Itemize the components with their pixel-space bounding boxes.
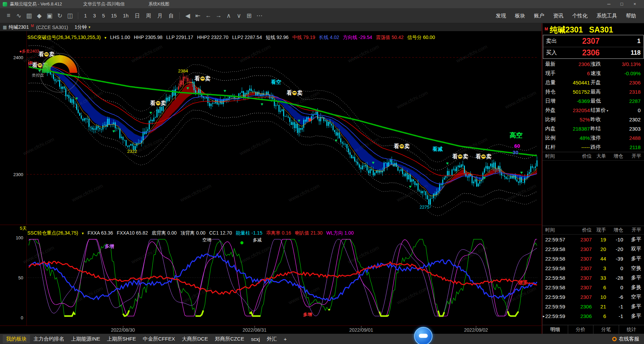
top-menu-item[interactable]: 帮助 (621, 11, 641, 21)
ask-row[interactable]: 卖出 2307 1 (543, 35, 643, 47)
period-button-1[interactable]: 1 (81, 11, 90, 21)
bottom-market-tab[interactable]: 大商所DCE (178, 335, 211, 343)
bottom-market-tab[interactable]: 我的板块 (3, 335, 30, 343)
chart-annotation: 2322 (127, 148, 137, 154)
maximize-button[interactable]: □ (615, 0, 628, 8)
tick-row: 22:59:59230710-6空平 (543, 292, 644, 302)
sell-label-text: 看 (476, 153, 481, 160)
top-menu-item[interactable]: 板块 (510, 11, 530, 21)
price-axis-label: 100 (4, 236, 23, 240)
stat-label: 外盘 (545, 107, 562, 114)
indicator-param: FXXA 63.36 (87, 230, 113, 236)
customer-service-robot-icon[interactable] (414, 327, 433, 344)
bottom-market-tab[interactable]: 郑商所CZCE (211, 335, 248, 343)
first-bar-icon[interactable]: ⇤ (193, 11, 203, 21)
prev-page-icon[interactable]: ← (203, 11, 213, 21)
more-icon[interactable]: ⋯ (254, 11, 264, 21)
period-buttons: 135151h日周月自 (81, 11, 177, 21)
stat-label: 持仓 (545, 89, 562, 95)
sell-signal-label: 看卖 (476, 153, 492, 160)
bid-row[interactable]: 买入 2306 118 (543, 47, 643, 58)
instrument-list-icon[interactable]: ▦ (3, 25, 7, 30)
tick-direction: 多平 (623, 275, 641, 281)
minimize-button[interactable]: ─ (602, 0, 615, 8)
period-button-自[interactable]: 自 (165, 11, 177, 21)
bottom-market-tab[interactable]: + (280, 335, 290, 343)
stat-label: 比例 (545, 135, 562, 141)
refresh-icon[interactable]: ↻ (55, 11, 65, 21)
panel-tab-1[interactable]: 明细 (543, 325, 568, 334)
next-page-icon[interactable]: → (213, 11, 223, 21)
bottom-market-tab[interactable]: 上期所SHFE (104, 335, 139, 343)
collapse-down-icon[interactable]: ∨ (234, 11, 244, 21)
indicator-param: HHP2 2322.70 (197, 35, 229, 40)
main-price-chart[interactable]: ♥♥♥♥♥♥♥♥♥♥♥♥♥♥ SSC突破信号(26,34,75,130,255,… (0, 31, 542, 225)
svg-text:♥: ♥ (335, 138, 338, 143)
stat-value: 2488 (613, 135, 642, 141)
panel-tab-4[interactable]: 统计 (619, 325, 644, 334)
tick-volume: 3 (592, 265, 606, 271)
period-selector[interactable]: 1分钟 (74, 24, 87, 30)
top-menu-item[interactable]: 资讯 (549, 11, 568, 21)
tick-direction: 空换 (623, 265, 641, 272)
top-menu-item[interactable]: 系统工具 (592, 11, 621, 21)
snapshot-icon[interactable]: ▣ (44, 11, 55, 21)
panel-tab-2[interactable]: 分价 (568, 325, 594, 334)
indicator-dropdown-icon[interactable]: ▾ (82, 231, 84, 236)
column-header: 增仓 (606, 227, 623, 233)
tick-direction: 多平 (623, 303, 641, 310)
line-chart-icon[interactable]: ∿ (14, 11, 24, 21)
indicator-param: 震荡值 50.42 (376, 35, 403, 41)
bottom-market-tab[interactable]: scxj (248, 335, 263, 343)
quote-stat-row: 比例52%昨收2302 (543, 115, 644, 124)
collapse-up-icon[interactable]: ∧ (223, 11, 234, 21)
column-header: 增仓 (606, 153, 623, 159)
online-service[interactable]: 在线客服 (612, 336, 641, 342)
indicator-icon[interactable]: ◆ (34, 11, 44, 21)
tick-position-change: 0 (606, 285, 623, 290)
bottom-tab-bar: 我的板块主力合约排名上期能源INE上期所SHFE中金所CFFEX大商所DCE郑商… (0, 334, 644, 344)
speaker-icon[interactable]: ◀ (182, 11, 193, 21)
bottom-market-tab[interactable]: 外汇 (263, 335, 280, 343)
chart-annotation: 30 (513, 149, 519, 155)
period-button-3[interactable]: 3 (90, 11, 99, 21)
range-label[interactable]: 5天 (20, 225, 27, 231)
top-menu-item[interactable]: 账户 (530, 11, 549, 21)
period-button-日[interactable]: 日 (132, 11, 143, 21)
oscillator-chart-canvas[interactable] (0, 236, 542, 326)
candle-chart-icon[interactable]: ▥ (24, 11, 34, 21)
sell-label-text: 卖 (205, 75, 210, 82)
panel-tab-3[interactable]: 分笔 (593, 325, 619, 334)
top-menu-item[interactable]: 发现 (491, 11, 510, 21)
tick-price: 2307 (573, 256, 592, 262)
grid-layout-icon[interactable]: ⊞ (244, 11, 254, 21)
indicator-dropdown-icon[interactable]: ▾ (105, 36, 107, 40)
bottom-market-tab[interactable]: 上期能源INE (68, 335, 104, 343)
close-button[interactable]: × (628, 0, 641, 8)
tick-position-change: -6 (606, 294, 623, 300)
bottom-market-tab[interactable]: 主力合约排名 (30, 335, 68, 343)
period-button-15[interactable]: 15 (108, 11, 120, 21)
tick-time: 22:59:59▸ (545, 313, 573, 319)
period-button-5[interactable]: 5 (99, 11, 108, 21)
svg-text:♥: ♥ (150, 110, 152, 115)
main-indicator-row: SSC突破信号(26,34,75,130,255,3)▾LHS 1.00HHP … (27, 35, 435, 41)
period-dropdown-icon[interactable]: ▾ (88, 25, 91, 29)
top-menu-item[interactable]: 个性化 (568, 11, 592, 21)
menu-icon[interactable]: ≡ (3, 11, 14, 21)
bottom-market-tab[interactable]: 中金所CFFEX (139, 335, 178, 343)
instrument-exchange: (CZCE SA301) (36, 25, 68, 30)
date-label: 2022/09/01 (349, 327, 373, 333)
instrument-name[interactable]: 纯碱2301 (9, 24, 29, 30)
sub-indicator-chart[interactable]: 多增空增多减多增做多www.cfchi.comwww.cfchi.comwww.… (0, 236, 542, 326)
period-button-月[interactable]: 月 (154, 11, 165, 21)
current-row-marker-icon: ▸ (543, 314, 545, 318)
period-button-1h[interactable]: 1h (120, 11, 132, 21)
app-window: 赢顺云端交易 - Ver6.8.412 文华云节点-四川电信 系统K线图 ─ □… (0, 0, 644, 344)
candlestick-chart-canvas[interactable]: ♥♥♥♥♥♥♥♥♥♥♥♥♥♥ (0, 31, 542, 225)
multi-window-icon[interactable]: ◫ (65, 11, 75, 21)
settlement-dropdown-icon[interactable]: ▾ (607, 109, 608, 113)
tick-time: 22:59:58 (545, 285, 573, 290)
period-button-周[interactable]: 周 (143, 11, 154, 21)
indicator-name[interactable]: SSC突破信号(26,34,75,130,255,3) (27, 35, 101, 41)
